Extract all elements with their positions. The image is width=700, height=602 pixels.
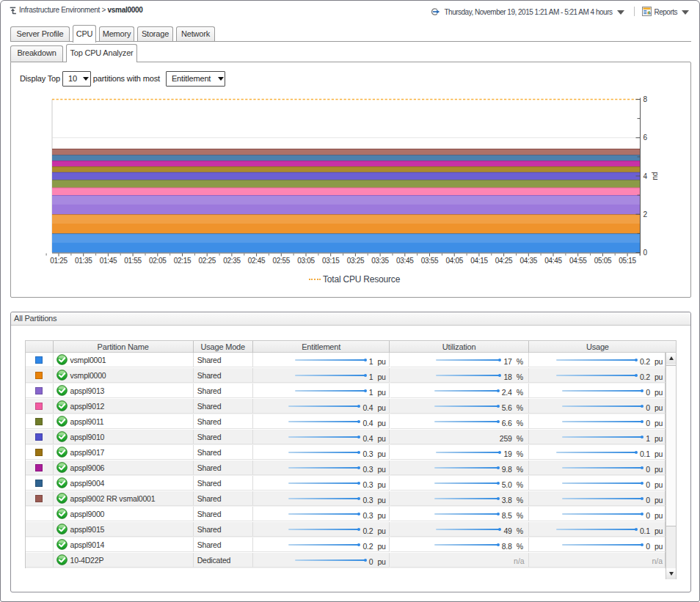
svg-text:pu: pu	[652, 172, 660, 180]
svg-text:2: 2	[644, 210, 648, 219]
svg-text:02:55: 02:55	[273, 257, 291, 265]
svg-text:03:25: 03:25	[347, 257, 365, 265]
svg-text:6: 6	[644, 133, 648, 142]
svg-text:04:35: 04:35	[520, 257, 538, 265]
svg-text:02:35: 02:35	[223, 257, 241, 265]
svg-text:04:45: 04:45	[544, 257, 562, 265]
svg-text:4: 4	[644, 172, 648, 180]
svg-text:03:05: 03:05	[297, 257, 315, 265]
svg-text:03:45: 03:45	[396, 257, 414, 265]
svg-text:8: 8	[644, 95, 648, 103]
svg-text:04:15: 04:15	[470, 257, 488, 265]
svg-text:05:05: 05:05	[594, 257, 612, 265]
svg-text:01:55: 01:55	[124, 257, 142, 265]
svg-text:01:35: 01:35	[75, 257, 92, 265]
svg-text:04:55: 04:55	[569, 257, 587, 265]
svg-text:04:05: 04:05	[445, 257, 463, 265]
svg-text:02:45: 02:45	[248, 257, 266, 265]
svg-text:03:55: 03:55	[421, 257, 439, 265]
svg-text:02:15: 02:15	[174, 257, 192, 265]
svg-text:05:15: 05:15	[619, 257, 636, 265]
svg-text:01:25: 01:25	[50, 257, 68, 265]
svg-text:03:15: 03:15	[322, 257, 340, 265]
svg-text:03:35: 03:35	[371, 257, 389, 265]
svg-text:02:05: 02:05	[149, 257, 167, 265]
svg-text:04:25: 04:25	[495, 257, 513, 265]
svg-text:02:25: 02:25	[198, 257, 216, 265]
svg-text:0: 0	[644, 249, 648, 257]
svg-text:01:45: 01:45	[100, 257, 117, 265]
